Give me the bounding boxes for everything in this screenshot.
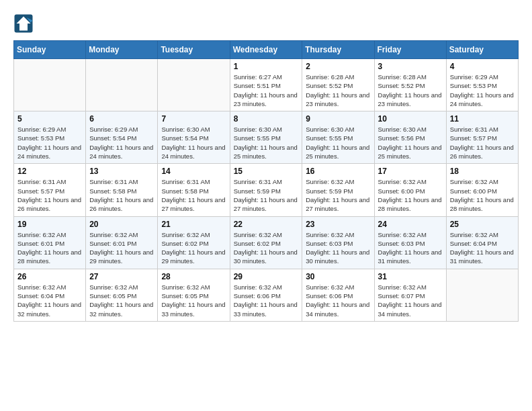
day-info: Sunrise: 6:31 AM Sunset: 5:58 PM Dayligh…	[161, 177, 226, 213]
calendar-cell: 23Sunrise: 6:32 AM Sunset: 6:03 PM Dayli…	[302, 216, 374, 269]
calendar-cell	[14, 59, 86, 111]
day-info: Sunrise: 6:32 AM Sunset: 6:02 PM Dayligh…	[161, 230, 226, 266]
calendar-cell: 15Sunrise: 6:31 AM Sunset: 5:59 PM Dayli…	[230, 164, 302, 216]
day-info: Sunrise: 6:32 AM Sunset: 6:02 PM Dayligh…	[234, 230, 299, 266]
day-number: 31	[378, 272, 443, 281]
calendar-cell: 28Sunrise: 6:32 AM Sunset: 6:05 PM Dayli…	[158, 269, 230, 321]
day-info: Sunrise: 6:32 AM Sunset: 6:06 PM Dayligh…	[306, 283, 370, 318]
day-number: 8	[234, 114, 299, 124]
calendar-cell: 9Sunrise: 6:30 AM Sunset: 5:55 PM Daylig…	[302, 111, 374, 164]
day-info: Sunrise: 6:30 AM Sunset: 5:55 PM Dayligh…	[306, 125, 370, 161]
day-info: Sunrise: 6:31 AM Sunset: 5:57 PM Dayligh…	[17, 177, 82, 213]
calendar-cell: 13Sunrise: 6:31 AM Sunset: 5:58 PM Dayli…	[86, 164, 158, 216]
calendar-cell: 2Sunrise: 6:28 AM Sunset: 5:52 PM Daylig…	[302, 59, 374, 111]
day-number: 25	[450, 220, 515, 229]
day-number: 17	[378, 167, 443, 176]
header	[13, 13, 519, 34]
day-number: 4	[450, 62, 515, 71]
day-info: Sunrise: 6:30 AM Sunset: 5:54 PM Dayligh…	[161, 125, 226, 161]
calendar-cell: 31Sunrise: 6:32 AM Sunset: 6:07 PM Dayli…	[374, 269, 446, 321]
calendar-cell	[446, 269, 518, 321]
day-number: 29	[234, 272, 299, 281]
day-info: Sunrise: 6:32 AM Sunset: 6:07 PM Dayligh…	[378, 283, 443, 318]
calendar-cell: 3Sunrise: 6:28 AM Sunset: 5:52 PM Daylig…	[374, 59, 446, 111]
day-number: 27	[89, 272, 154, 281]
day-number: 7	[161, 114, 226, 124]
day-info: Sunrise: 6:32 AM Sunset: 6:05 PM Dayligh…	[89, 283, 154, 318]
calendar-cell: 14Sunrise: 6:31 AM Sunset: 5:58 PM Dayli…	[158, 164, 230, 216]
calendar-cell: 11Sunrise: 6:31 AM Sunset: 5:57 PM Dayli…	[446, 111, 518, 164]
day-header-monday: Monday	[86, 41, 158, 59]
calendar-week-row: 1Sunrise: 6:27 AM Sunset: 5:51 PM Daylig…	[14, 59, 519, 111]
calendar-cell: 26Sunrise: 6:32 AM Sunset: 6:04 PM Dayli…	[14, 269, 86, 321]
calendar-cell: 21Sunrise: 6:32 AM Sunset: 6:02 PM Dayli…	[158, 216, 230, 269]
day-number: 9	[306, 114, 370, 124]
calendar-cell: 29Sunrise: 6:32 AM Sunset: 6:06 PM Dayli…	[230, 269, 302, 321]
day-number: 11	[450, 114, 515, 124]
calendar-cell: 22Sunrise: 6:32 AM Sunset: 6:02 PM Dayli…	[230, 216, 302, 269]
day-info: Sunrise: 6:32 AM Sunset: 6:00 PM Dayligh…	[378, 177, 443, 213]
day-info: Sunrise: 6:31 AM Sunset: 5:59 PM Dayligh…	[234, 177, 299, 213]
day-number: 18	[450, 167, 515, 176]
day-number: 2	[306, 62, 370, 71]
day-number: 14	[161, 167, 226, 176]
day-info: Sunrise: 6:32 AM Sunset: 6:01 PM Dayligh…	[17, 230, 82, 266]
day-info: Sunrise: 6:32 AM Sunset: 5:59 PM Dayligh…	[306, 177, 370, 213]
calendar-cell: 7Sunrise: 6:30 AM Sunset: 5:54 PM Daylig…	[158, 111, 230, 164]
calendar-cell	[158, 59, 230, 111]
day-number: 5	[17, 114, 82, 124]
calendar-cell: 17Sunrise: 6:32 AM Sunset: 6:00 PM Dayli…	[374, 164, 446, 216]
day-info: Sunrise: 6:28 AM Sunset: 5:52 PM Dayligh…	[378, 73, 443, 108]
day-number: 22	[234, 220, 299, 229]
day-header-friday: Friday	[374, 41, 446, 59]
day-number: 12	[17, 167, 82, 176]
day-info: Sunrise: 6:31 AM Sunset: 5:58 PM Dayligh…	[89, 177, 154, 213]
day-number: 24	[378, 220, 443, 229]
day-info: Sunrise: 6:32 AM Sunset: 6:01 PM Dayligh…	[89, 230, 154, 266]
page: SundayMondayTuesdayWednesdayThursdayFrid…	[0, 0, 532, 328]
day-info: Sunrise: 6:32 AM Sunset: 6:04 PM Dayligh…	[450, 230, 515, 266]
calendar-cell: 16Sunrise: 6:32 AM Sunset: 5:59 PM Dayli…	[302, 164, 374, 216]
calendar-cell: 5Sunrise: 6:29 AM Sunset: 5:53 PM Daylig…	[14, 111, 86, 164]
day-number: 6	[89, 114, 154, 124]
calendar-week-row: 26Sunrise: 6:32 AM Sunset: 6:04 PM Dayli…	[14, 269, 519, 321]
day-number: 21	[161, 220, 226, 229]
day-number: 30	[306, 272, 370, 281]
day-info: Sunrise: 6:29 AM Sunset: 5:53 PM Dayligh…	[17, 125, 82, 161]
calendar-cell: 25Sunrise: 6:32 AM Sunset: 6:04 PM Dayli…	[446, 216, 518, 269]
calendar-cell: 6Sunrise: 6:29 AM Sunset: 5:54 PM Daylig…	[86, 111, 158, 164]
calendar-cell: 24Sunrise: 6:32 AM Sunset: 6:03 PM Dayli…	[374, 216, 446, 269]
day-info: Sunrise: 6:31 AM Sunset: 5:57 PM Dayligh…	[450, 125, 515, 161]
day-info: Sunrise: 6:32 AM Sunset: 6:06 PM Dayligh…	[234, 283, 299, 318]
day-header-wednesday: Wednesday	[230, 41, 302, 59]
day-number: 16	[306, 167, 370, 176]
calendar-week-row: 19Sunrise: 6:32 AM Sunset: 6:01 PM Dayli…	[14, 216, 519, 269]
day-header-saturday: Saturday	[446, 41, 518, 59]
calendar-cell: 8Sunrise: 6:30 AM Sunset: 5:55 PM Daylig…	[230, 111, 302, 164]
day-number: 20	[89, 220, 154, 229]
calendar-cell: 12Sunrise: 6:31 AM Sunset: 5:57 PM Dayli…	[14, 164, 86, 216]
calendar: SundayMondayTuesdayWednesdayThursdayFrid…	[13, 40, 519, 322]
day-number: 10	[378, 114, 443, 124]
logo	[13, 13, 36, 34]
day-number: 28	[161, 272, 226, 281]
calendar-cell	[86, 59, 158, 111]
calendar-header-row: SundayMondayTuesdayWednesdayThursdayFrid…	[14, 41, 519, 59]
day-number: 1	[234, 62, 299, 71]
day-info: Sunrise: 6:32 AM Sunset: 6:04 PM Dayligh…	[17, 283, 82, 318]
day-header-tuesday: Tuesday	[158, 41, 230, 59]
calendar-cell: 1Sunrise: 6:27 AM Sunset: 5:51 PM Daylig…	[230, 59, 302, 111]
calendar-cell: 18Sunrise: 6:32 AM Sunset: 6:00 PM Dayli…	[446, 164, 518, 216]
calendar-cell: 4Sunrise: 6:29 AM Sunset: 5:53 PM Daylig…	[446, 59, 518, 111]
day-number: 13	[89, 167, 154, 176]
day-info: Sunrise: 6:27 AM Sunset: 5:51 PM Dayligh…	[234, 73, 299, 108]
day-number: 19	[17, 220, 82, 229]
day-header-thursday: Thursday	[302, 41, 374, 59]
day-header-sunday: Sunday	[14, 41, 86, 59]
day-number: 26	[17, 272, 82, 281]
calendar-week-row: 5Sunrise: 6:29 AM Sunset: 5:53 PM Daylig…	[14, 111, 519, 164]
day-number: 23	[306, 220, 370, 229]
day-number: 15	[234, 167, 299, 176]
logo-icon	[13, 13, 34, 34]
day-info: Sunrise: 6:32 AM Sunset: 6:00 PM Dayligh…	[450, 177, 515, 213]
